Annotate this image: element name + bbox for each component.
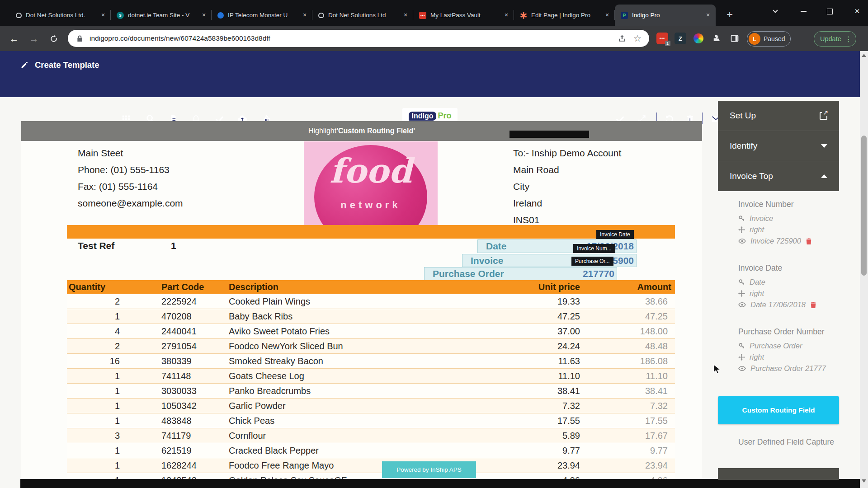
- recipient-address-block: To:- Inship Demo AccountMain RoadCityIre…: [513, 145, 621, 228]
- sidebar-section[interactable]: Invoice Top: [718, 161, 839, 191]
- cell-description: Smoked Streaky Bacon: [228, 354, 481, 368]
- sidebar-next-section-bar[interactable]: [718, 468, 839, 480]
- tab-close-icon[interactable]: [502, 11, 510, 19]
- z-extension-icon[interactable]: Z: [675, 33, 686, 44]
- section-icon: [820, 112, 827, 120]
- sidebar-section[interactable]: Identify: [718, 131, 839, 161]
- avatar: L: [749, 33, 760, 45]
- cell-amount: 7.32: [602, 399, 675, 413]
- address-line: Phone: (01) 555-1163: [78, 161, 183, 178]
- field-position-row: right: [738, 288, 847, 299]
- cell-description: Panko Breadcrumbs: [228, 384, 481, 398]
- extensions-puzzle-icon[interactable]: [711, 33, 722, 44]
- tab-favicon: [217, 12, 224, 19]
- cell-amount: 17.55: [602, 413, 675, 428]
- key-icon: [738, 279, 745, 286]
- update-browser-button[interactable]: Update: [814, 31, 856, 47]
- field-position-row: right: [738, 352, 847, 363]
- eye-icon: [738, 302, 746, 308]
- window-minimize-button[interactable]: [793, 0, 814, 23]
- cell-amount: 38.66: [602, 294, 675, 309]
- cell-unit-price: 19.33: [481, 294, 602, 309]
- cell-unit-price: 47.25: [481, 309, 602, 324]
- cell-quantity: 16: [67, 354, 120, 368]
- browser-toolbar: indigopro.co/documents/new/607424a5839be…: [0, 26, 868, 51]
- share-page-icon[interactable]: [617, 33, 627, 44]
- table-row: 1 1050342 Garlic Powder 7.32 7.32: [67, 398, 675, 413]
- browser-tab[interactable]: IP Telecom Monster U: [212, 5, 312, 26]
- browser-tab[interactable]: ••• My LastPass Vault: [413, 5, 514, 26]
- window-maximize-button[interactable]: [819, 0, 840, 23]
- address-line: Ireland: [513, 195, 621, 211]
- cell-amount: 11.10: [602, 369, 675, 383]
- profile-button[interactable]: L Paused: [747, 31, 791, 47]
- delete-field-button[interactable]: [810, 301, 816, 309]
- url-text[interactable]: indigopro.co/documents/new/607424a5839be…: [90, 34, 612, 42]
- address-line: Main Road: [513, 161, 621, 178]
- side-panel-icon[interactable]: [729, 33, 741, 44]
- cell-quantity: 2: [67, 294, 120, 309]
- powered-by-badge: Powered by InShip APS: [382, 461, 476, 478]
- field-preview-row: Date 17/06/2018: [738, 299, 847, 310]
- browser-tab[interactable]: P Indigo Pro: [615, 5, 716, 26]
- tab-search-chevron-icon[interactable]: [766, 0, 784, 23]
- tab-close-icon[interactable]: [704, 11, 712, 19]
- cell-part-code: 3030033: [120, 384, 228, 398]
- browser-tab[interactable]: s dotnet.ie Team Site - V: [111, 5, 212, 26]
- move-icon: [738, 290, 745, 297]
- scrollbar-down-arrow[interactable]: [862, 479, 866, 483]
- field-preview-row: Purchase Order 21777: [738, 363, 847, 374]
- cell-description: Goats Cheese Log: [228, 369, 481, 383]
- browser-tab[interactable]: ∗ Edit Page | Indigo Pro: [514, 5, 615, 26]
- tab-close-icon[interactable]: [401, 11, 410, 19]
- scrollbar-up-arrow[interactable]: [862, 54, 866, 57]
- orange-divider: [67, 225, 675, 239]
- user-defined-field-capture-label: User Defined Field Capture: [738, 436, 838, 448]
- tab-close-icon[interactable]: [200, 11, 208, 19]
- address-bar[interactable]: indigopro.co/documents/new/607424a5839be…: [68, 30, 649, 47]
- tab-favicon: [318, 13, 324, 18]
- colorwheel-extension-icon[interactable]: [693, 33, 704, 44]
- browser-menu-kebab-icon[interactable]: [845, 35, 852, 43]
- delete-field-button[interactable]: [806, 238, 812, 245]
- address-line: To:- Inship Demo Account: [513, 145, 621, 161]
- move-icon: [738, 226, 745, 233]
- section-icon: [821, 144, 827, 148]
- cell-unit-price: 23.94: [481, 458, 602, 473]
- captured-field-purchase-order[interactable]: Purchase Order 217770: [424, 267, 617, 281]
- sidebar-section[interactable]: Set Up: [718, 101, 839, 131]
- scrollbar-thumb[interactable]: [861, 136, 867, 276]
- back-button[interactable]: [6, 31, 22, 47]
- tab-close-icon[interactable]: [603, 11, 611, 19]
- lastpass-badge: 1: [665, 41, 670, 46]
- browser-tab[interactable]: Dot Net Solutions Ltd: [312, 5, 413, 26]
- reload-button[interactable]: [46, 31, 61, 47]
- custom-routing-field-button[interactable]: Custom Routing Field: [718, 396, 839, 424]
- tab-close-icon[interactable]: [99, 11, 107, 19]
- cell-part-code: 380339: [120, 354, 228, 368]
- create-template-button[interactable]: Create Template: [20, 60, 99, 70]
- new-tab-button[interactable]: [722, 7, 737, 22]
- tooltip-invoice-date: Invoice Date: [596, 230, 634, 239]
- field-preview-row: Invoice 725900: [738, 235, 847, 247]
- cell-part-code: 2791054: [120, 339, 228, 353]
- highlight-banner: Highlight 'Custom Routing Field': [21, 121, 702, 141]
- profile-status: Paused: [764, 35, 785, 42]
- field-key-row: Date: [738, 277, 847, 288]
- table-row: 2 2225924 Cooked Plain Wings 19.33 38.66: [67, 294, 675, 309]
- cell-part-code: 1050342: [120, 399, 228, 413]
- browser-tab[interactable]: Dot Net Solutions Ltd.: [10, 5, 111, 26]
- cell-quantity: 1: [67, 413, 120, 428]
- key-icon: [738, 215, 745, 222]
- cell-unit-price: 11.63: [481, 354, 602, 368]
- forward-button[interactable]: [26, 31, 42, 47]
- table-row: 3 741179 Cornflour 5.89 17.67: [67, 428, 675, 443]
- lastpass-dots: •••: [660, 36, 665, 41]
- cell-part-code: 2440041: [120, 324, 228, 338]
- cell-unit-price: 11.10: [481, 369, 602, 383]
- window-close-button[interactable]: [846, 0, 868, 23]
- tab-close-icon[interactable]: [301, 11, 309, 19]
- lastpass-extension-icon[interactable]: ••• 1: [656, 33, 668, 44]
- page-scrollbar[interactable]: [860, 51, 868, 488]
- bookmark-star-icon[interactable]: [632, 33, 643, 44]
